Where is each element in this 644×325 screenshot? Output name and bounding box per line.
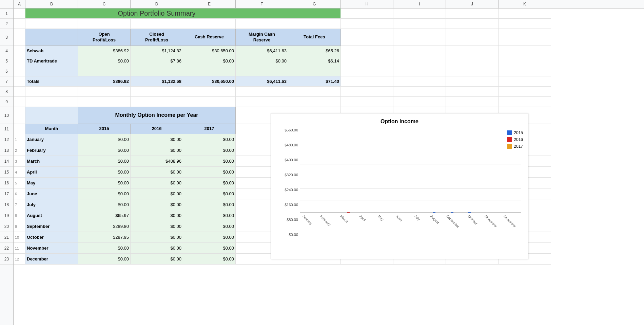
cell-d6: [131, 66, 183, 76]
col-header-g: G: [288, 0, 341, 8]
cell-e16: $0.00: [183, 178, 236, 188]
cell-b4-schwab: Schwab: [25, 46, 78, 56]
col-header-k: K: [499, 0, 551, 8]
cell-a11: [14, 124, 25, 134]
y-axis-label: $320.00: [285, 173, 298, 177]
cell-b18: July: [25, 199, 78, 210]
x-axis-label: October: [465, 213, 483, 237]
cell-b23: December: [25, 254, 78, 265]
row-num-19: 19: [0, 210, 13, 221]
chart-main: JanuaryFebruaryMarchAprilMayJuneJulyAugu…: [300, 128, 521, 237]
row-num-21: 21: [0, 232, 13, 243]
y-axis-label: $160.00: [285, 203, 298, 207]
y-axis-label: $240.00: [285, 188, 298, 192]
cell-e23: $0.00: [183, 254, 236, 265]
cell-a21: 10: [14, 232, 25, 243]
cell-a9: [14, 97, 25, 107]
row-numbers: 1 2 3 4 5 6 7 8 9 10 11 12 13 14 15 16 1…: [0, 8, 14, 325]
cell-a2: [14, 19, 25, 29]
cell-e4: $30,650.00: [183, 46, 236, 56]
grid-body: 1 2 3 4 5 6 7 8 9 10 11 12 13 14 15 16 1…: [0, 8, 644, 325]
cell-e12: $0.00: [183, 134, 236, 145]
cell-d9: [131, 97, 183, 107]
legend-color: [507, 137, 512, 142]
cell-d18: $0.00: [131, 199, 183, 210]
cell-b13: February: [25, 145, 78, 156]
row-2: [14, 19, 644, 29]
row-num-4: 4: [0, 46, 13, 56]
cell-c22: $0.00: [78, 243, 131, 254]
col-header-e: E: [183, 0, 236, 8]
cell-b8: [25, 87, 78, 97]
cell-k3: [499, 29, 551, 46]
row-1: Option Portfolio Summary: [14, 8, 644, 19]
cell-e5: $0.00: [183, 56, 236, 66]
cell-e17: $0.00: [183, 188, 236, 199]
monthly-col-2016: 2016: [131, 124, 183, 134]
cell-d17: $0.00: [131, 188, 183, 199]
row-8: [14, 87, 644, 97]
cell-e6: [183, 66, 236, 76]
cell-d4: $1,124.82: [131, 46, 183, 56]
cell-f4: $6,411.63: [236, 46, 288, 56]
cell-g9: [288, 97, 341, 107]
cell-c2: [78, 19, 131, 29]
row-num-13: 13: [0, 145, 13, 156]
cell-e18: $0.00: [183, 199, 236, 210]
x-axis-label: March: [336, 213, 354, 237]
row-num-22: 22: [0, 243, 13, 254]
row-num-6: 6: [0, 66, 13, 76]
cell-j3: [446, 29, 499, 46]
cell-g8: [288, 87, 341, 97]
cell-b15: April: [25, 167, 78, 178]
chart-legend: 2015 2016 2017: [507, 130, 523, 149]
y-axis-label: $80.00: [287, 218, 298, 222]
cell-e22: $0.00: [183, 243, 236, 254]
cell-b6: [25, 66, 78, 76]
cell-g4: $65.26: [288, 46, 341, 56]
cell-e7: $30,650.00: [183, 76, 236, 87]
cell-c17: $0.00: [78, 188, 131, 199]
cell-d14: $488.96: [131, 156, 183, 167]
cell-a4: [14, 46, 25, 56]
cell-e14: $0.00: [183, 156, 236, 167]
cell-k9: [499, 97, 551, 107]
corner-cell: [0, 0, 14, 8]
cell-e21: $0.00: [183, 232, 236, 243]
cell-d15: $0.00: [131, 167, 183, 178]
col-header-h: H: [341, 0, 393, 8]
cell-f8: [236, 87, 288, 97]
cell-d13: $0.00: [131, 145, 183, 156]
cell-c15: $0.00: [78, 167, 131, 178]
summary-header-fees: Total Fees: [288, 29, 341, 46]
cell-b9: [25, 97, 78, 107]
summary-header-label: [25, 29, 78, 46]
cell-b17: June: [25, 188, 78, 199]
bar-2016-2: [347, 212, 350, 213]
cell-a23: 12: [14, 254, 25, 265]
cell-j4: [446, 46, 499, 56]
x-axis-label: December: [502, 213, 521, 237]
spreadsheet-title: Option Portfolio Summary: [25, 8, 288, 19]
row-5: TD Ameritrade $0.00 $7.86 $0.00 $0.00 $6…: [14, 56, 644, 66]
legend-label: 2016: [514, 137, 523, 142]
cell-c7: $386.92: [78, 76, 131, 87]
cell-i3: [393, 29, 446, 46]
cell-c4: $386.92: [78, 46, 131, 56]
cell-i1: [393, 8, 446, 19]
cell-j6: [446, 66, 499, 76]
legend-item: 2015: [507, 130, 523, 135]
cell-i4: [393, 46, 446, 56]
cell-d8: [131, 87, 183, 97]
cell-i9: [393, 97, 446, 107]
col-header-b: B: [25, 0, 78, 8]
cell-j7: [446, 76, 499, 87]
row-num-1: 1: [0, 8, 13, 19]
bar-group: [446, 212, 464, 213]
row-num-20: 20: [0, 221, 13, 232]
row-num-2: 2: [0, 19, 13, 29]
cell-b19: August: [25, 210, 78, 221]
col-header-a: A: [14, 0, 25, 8]
bar-2015-7: [433, 212, 435, 213]
cell-b7-totals: Totals: [25, 76, 78, 87]
